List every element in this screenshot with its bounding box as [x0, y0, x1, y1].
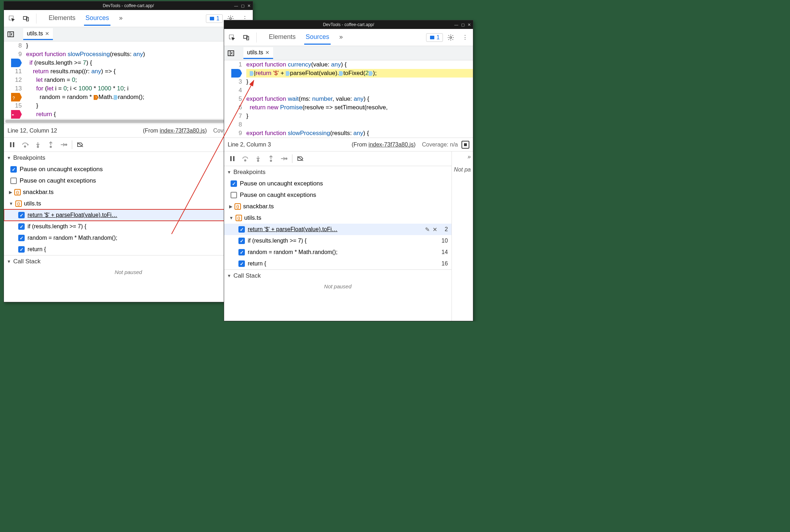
breakpoint-file-snackbar[interactable]: ▶ {} snackbar.ts: [4, 187, 253, 198]
tab-elements[interactable]: Elements: [267, 30, 297, 45]
tab-sources[interactable]: Sources: [84, 11, 110, 26]
close-icon[interactable]: ✕: [247, 4, 251, 8]
not-paused-label: Not paused: [4, 267, 253, 277]
file-tab-utils[interactable]: utils.ts ✕: [243, 47, 273, 59]
source-tab-bar: utils.ts ✕: [224, 46, 473, 60]
checkbox-icon[interactable]: [231, 192, 237, 198]
checkbox-icon[interactable]: [238, 249, 245, 255]
breakpoint-item[interactable]: random = random * Math.random(); 14: [224, 247, 451, 258]
maximize-icon[interactable]: ▢: [241, 4, 245, 8]
breakpoint-file-utils[interactable]: ▼ {} utils.ts: [224, 212, 451, 224]
checkbox-icon[interactable]: [238, 226, 245, 233]
svg-point-4: [230, 18, 232, 19]
horizontal-scrollbar[interactable]: [4, 119, 253, 124]
expand-icon: ▶: [229, 204, 232, 209]
checkbox-icon[interactable]: [10, 166, 17, 173]
minimize-icon[interactable]: —: [234, 4, 238, 8]
pause-uncaught-row[interactable]: Pause on uncaught exceptions: [224, 178, 451, 189]
checkbox-icon[interactable]: [18, 223, 25, 230]
checkbox-icon[interactable]: [10, 178, 17, 184]
kebab-icon[interactable]: ⋮: [459, 31, 471, 44]
step-into-icon[interactable]: [32, 139, 44, 151]
breakpoints-section-header[interactable]: ▼ Breakpoints: [4, 151, 253, 164]
breakpoint-item[interactable]: random = random * Math.random(); 14: [4, 232, 253, 244]
minimize-icon[interactable]: —: [454, 23, 458, 27]
overflow-icon[interactable]: »: [454, 154, 471, 160]
svg-rect-20: [430, 36, 434, 39]
titlebar[interactable]: DevTools - coffee-cart.app/ — ▢ ✕: [4, 1, 253, 10]
callstack-section-header[interactable]: ▼ Call Stack: [4, 255, 253, 267]
expand-icon: ▼: [7, 259, 11, 264]
tabs-overflow-icon[interactable]: »: [118, 11, 124, 26]
expand-icon: ▼: [7, 155, 11, 160]
issues-badge[interactable]: 1: [426, 33, 443, 42]
code-editor[interactable]: 123456789export function currency(value:…: [224, 60, 473, 138]
pause-icon[interactable]: [226, 153, 238, 165]
edit-icon[interactable]: ✎: [425, 226, 430, 233]
step-over-icon[interactable]: [19, 139, 31, 151]
breakpoints-section-header[interactable]: ▼ Breakpoints: [224, 166, 451, 178]
step-over-icon[interactable]: [239, 153, 251, 165]
svg-rect-7: [10, 142, 11, 147]
titlebar[interactable]: DevTools - coffee-cart.app/ — ▢ ✕: [224, 20, 473, 29]
inspect-icon[interactable]: [226, 31, 238, 44]
file-tab-utils[interactable]: utils.ts ✕: [23, 28, 53, 40]
navigator-toggle-icon[interactable]: [226, 48, 236, 59]
breakpoint-item[interactable]: return { 16: [4, 244, 253, 255]
breakpoint-item[interactable]: if (results.length >= 7) { 10: [224, 235, 451, 247]
device-toggle-icon[interactable]: [240, 31, 253, 44]
cursor-position: Line 2, Column 3: [228, 141, 271, 148]
pause-uncaught-row[interactable]: Pause on uncaught exceptions: [4, 164, 253, 175]
step-icon[interactable]: [58, 139, 70, 151]
pause-icon[interactable]: [6, 139, 18, 151]
file-tab-close-icon[interactable]: ✕: [265, 50, 270, 55]
inspect-icon[interactable]: [5, 12, 18, 25]
breakpoint-item[interactable]: if (results.length >= 7) { 10: [4, 221, 253, 232]
tabs-overflow-icon[interactable]: »: [338, 30, 344, 45]
checkbox-icon[interactable]: [238, 238, 245, 244]
code-editor[interactable]: 891011121314?1516••}export function slow…: [4, 41, 253, 119]
ts-file-icon: {}: [236, 215, 242, 221]
tab-sources[interactable]: Sources: [304, 30, 331, 45]
pause-caught-row[interactable]: Pause on caught exceptions: [4, 175, 253, 187]
source-tab-bar: utils.ts ✕: [4, 27, 253, 41]
checkbox-icon[interactable]: [231, 180, 237, 187]
step-out-icon[interactable]: [45, 139, 57, 151]
checkbox-icon[interactable]: [18, 235, 25, 241]
callstack-title: Call Stack: [13, 258, 41, 265]
checkbox-icon[interactable]: [238, 260, 245, 267]
breakpoint-file-utils[interactable]: ▼ {} utils.ts: [4, 198, 253, 209]
breakpoint-file-snackbar[interactable]: ▶ {} snackbar.ts: [224, 201, 451, 212]
pause-caught-row[interactable]: Pause on caught exceptions: [224, 189, 451, 201]
svg-point-31: [270, 160, 272, 161]
devtools-window-left: DevTools - coffee-cart.app/ — ▢ ✕ Elemen…: [4, 1, 253, 302]
breakpoint-item[interactable]: return '$' + parseFloat(value).toFi… ✎ ✕…: [224, 224, 451, 235]
checkbox-icon[interactable]: [18, 246, 25, 253]
screencast-icon[interactable]: [461, 141, 469, 149]
settings-icon[interactable]: [444, 31, 457, 44]
breakpoint-item[interactable]: return { 16: [224, 258, 451, 269]
expand-icon: ▼: [9, 201, 13, 206]
close-icon[interactable]: ✕: [468, 23, 471, 27]
breakpoint-item[interactable]: return '$' + parseFloat(value).toFi… ✎ ✕…: [4, 209, 253, 221]
svg-point-27: [245, 160, 246, 161]
deactivate-breakpoints-icon[interactable]: [295, 153, 307, 165]
sourcemap-link[interactable]: index-73f73a80.js: [369, 141, 414, 148]
issues-badge[interactable]: 1: [206, 14, 223, 23]
step-icon[interactable]: [278, 153, 290, 165]
main-toolbar: Elements Sources » 1 ⋮: [4, 10, 253, 27]
device-toggle-icon[interactable]: [20, 12, 33, 25]
delete-icon[interactable]: ✕: [433, 226, 437, 233]
callstack-section-header[interactable]: ▼ Call Stack: [224, 269, 451, 282]
checkbox-icon[interactable]: [18, 212, 25, 218]
tab-elements[interactable]: Elements: [47, 11, 77, 26]
file-tab-close-icon[interactable]: ✕: [45, 31, 49, 36]
ts-file-icon: {}: [15, 200, 22, 207]
maximize-icon[interactable]: ▢: [461, 23, 465, 27]
step-into-icon[interactable]: [252, 153, 264, 165]
navigator-toggle-icon[interactable]: [5, 29, 16, 40]
sourcemap-link[interactable]: index-73f73a80.js: [160, 128, 205, 134]
svg-rect-22: [228, 51, 234, 56]
step-out-icon[interactable]: [265, 153, 277, 165]
deactivate-breakpoints-icon[interactable]: [74, 139, 87, 151]
